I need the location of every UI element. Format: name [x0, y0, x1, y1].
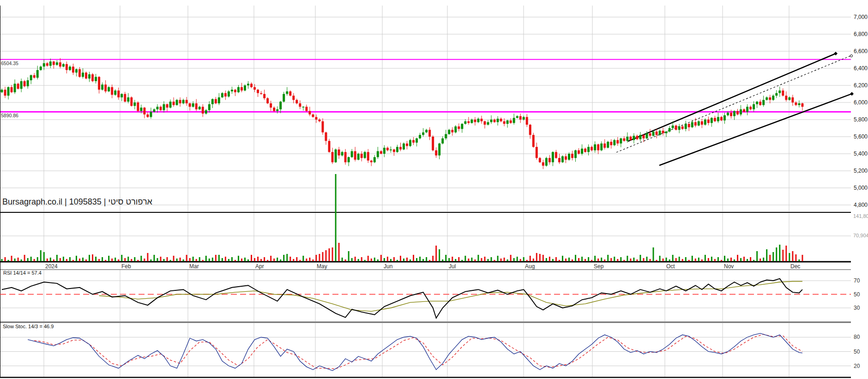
candle	[117, 90, 120, 97]
volume-bar	[345, 259, 346, 261]
candle	[374, 157, 376, 162]
volume-bar	[244, 258, 246, 261]
volume-bar	[286, 254, 288, 261]
candle	[59, 62, 61, 66]
volume-bar	[105, 260, 106, 261]
volume-bar	[474, 259, 476, 261]
volume-bar	[779, 245, 780, 261]
volume-bar	[458, 257, 459, 261]
stoch-tick-label: 20	[854, 363, 860, 369]
candle	[669, 128, 671, 132]
candle	[111, 87, 113, 95]
candle	[163, 104, 165, 110]
candle	[549, 158, 551, 162]
candle	[503, 121, 506, 124]
candle	[305, 107, 307, 111]
volume-bar	[623, 260, 625, 261]
candle	[626, 137, 628, 141]
candle	[788, 97, 790, 100]
volume-bar	[422, 259, 424, 261]
volume-bar	[277, 258, 278, 261]
rsi-tick-label: 70	[854, 277, 860, 284]
candle	[584, 149, 586, 152]
candle	[7, 87, 10, 96]
candle	[341, 152, 344, 155]
candle	[46, 63, 48, 66]
volume-bar	[180, 258, 181, 261]
volume-scale-label: 141,809	[853, 213, 868, 219]
month-label: Apr	[255, 263, 264, 270]
candle	[53, 61, 55, 65]
candle	[736, 111, 739, 114]
candle	[578, 150, 580, 154]
volume-bar	[186, 255, 187, 261]
candle	[775, 93, 778, 96]
candle	[633, 136, 635, 140]
volume-bar	[653, 247, 654, 261]
candle	[480, 119, 482, 121]
volume-bar	[76, 256, 77, 261]
volume-bar	[507, 259, 508, 261]
candle	[720, 117, 723, 120]
candle	[723, 115, 726, 120]
volume-bar	[607, 255, 609, 261]
volume-bar	[403, 259, 404, 261]
volume-bar	[542, 255, 544, 261]
candle	[552, 152, 554, 162]
candle	[143, 108, 145, 114]
volume-bar	[302, 256, 304, 261]
volume-bar	[692, 256, 693, 261]
volume-bar	[342, 258, 343, 261]
candle	[335, 150, 337, 162]
candle	[266, 98, 269, 103]
volume-bar	[24, 255, 25, 261]
volume-bar	[205, 256, 207, 261]
candle	[396, 147, 398, 152]
volume-bar	[209, 259, 210, 261]
volume-bar	[60, 258, 61, 261]
price-tick-label: 6,400	[854, 65, 868, 72]
volume-bar	[504, 258, 505, 261]
candle	[730, 113, 732, 116]
volume-bar	[260, 259, 262, 261]
volume-bar	[53, 259, 54, 261]
volume-bar	[639, 255, 641, 261]
price-chart-canvas[interactable]: 6504.355890.867,0006,8006,6006,4006,2006…	[0, 0, 868, 379]
candle	[629, 137, 632, 140]
volume-bar	[740, 258, 741, 261]
volume-bar	[663, 259, 664, 261]
candle	[85, 72, 87, 78]
candle	[276, 109, 278, 111]
volume-bar	[419, 257, 421, 261]
month-label: Jul	[449, 263, 456, 270]
volume-bar	[319, 254, 320, 261]
candle	[769, 97, 771, 100]
candle	[348, 157, 350, 162]
candle	[711, 118, 713, 123]
candle	[137, 102, 139, 111]
month-label: Sep	[594, 263, 604, 270]
volume-bar	[481, 258, 482, 261]
volume-bar	[358, 259, 359, 261]
volume-bar	[520, 259, 521, 261]
price-tick-label: 6,600	[854, 48, 868, 54]
month-label: Jun	[384, 263, 392, 270]
candle	[361, 154, 363, 158]
volume-bar	[672, 255, 674, 261]
volume-bar	[306, 259, 307, 261]
rsi-panel	[0, 279, 851, 319]
candle	[114, 90, 116, 95]
candle	[393, 150, 395, 152]
volume-bar	[695, 259, 696, 261]
candle	[636, 136, 638, 139]
alert-line-value-label: 6504.35	[1, 60, 18, 66]
candle	[565, 156, 567, 160]
candle	[325, 132, 327, 141]
volume-bar	[364, 260, 366, 261]
candle	[645, 133, 648, 138]
volume-bar	[494, 260, 495, 261]
candle	[302, 107, 304, 108]
volume-bar	[1, 259, 3, 261]
volume-bar	[785, 246, 787, 261]
volume-bar	[410, 259, 411, 261]
